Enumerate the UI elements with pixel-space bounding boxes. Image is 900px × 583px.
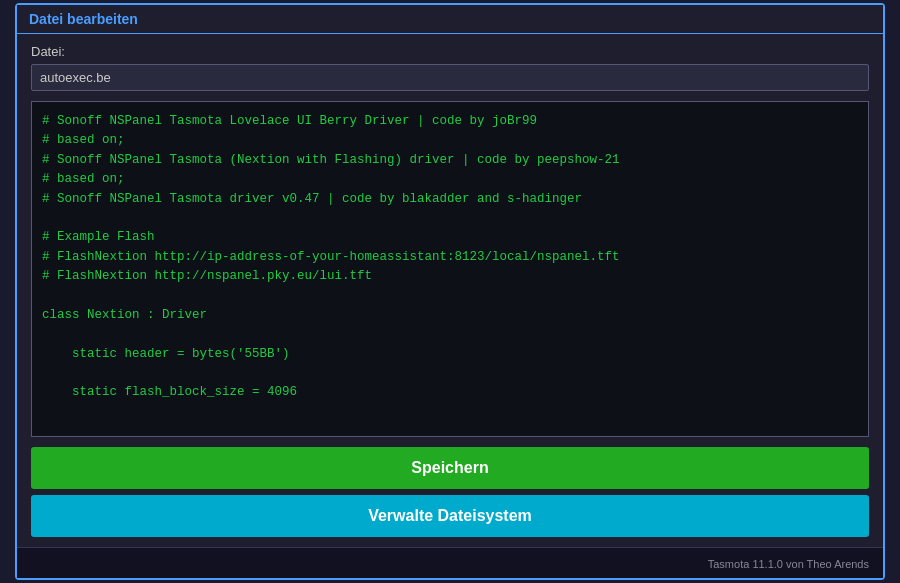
manage-filesystem-button[interactable]: Verwalte Dateisystem	[31, 495, 869, 537]
code-editor-wrapper	[31, 101, 869, 437]
footer-text: Tasmota 11.1.0 von Theo Arends	[708, 558, 869, 570]
dialog-title: Datei bearbeiten	[29, 11, 138, 27]
dialog-container: Datei bearbeiten Datei: Speichern Verwal…	[15, 3, 885, 580]
footer-bar: Tasmota 11.1.0 von Theo Arends	[17, 547, 883, 578]
dialog-title-bar: Datei bearbeiten	[17, 5, 883, 34]
file-label: Datei:	[31, 44, 869, 59]
file-input[interactable]	[31, 64, 869, 91]
code-editor[interactable]	[32, 102, 868, 432]
save-button[interactable]: Speichern	[31, 447, 869, 489]
dialog-body: Datei: Speichern Verwalte Dateisystem	[17, 34, 883, 547]
